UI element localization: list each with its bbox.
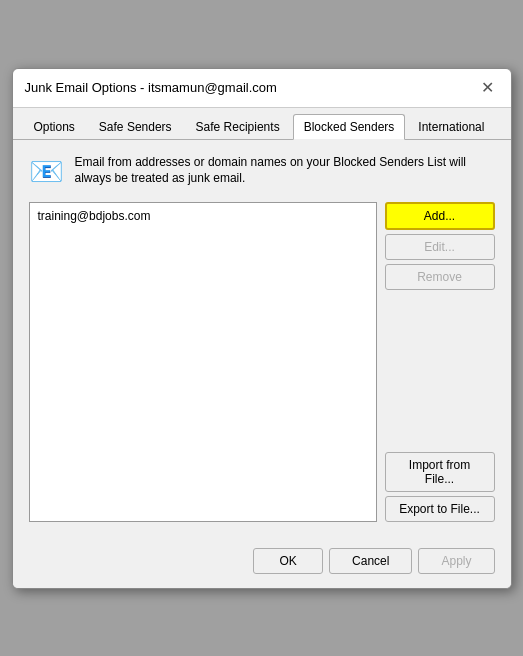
junk-email-options-dialog: Junk Email Options - itsmamun@gmail.com …: [12, 68, 512, 589]
add-button[interactable]: Add...: [385, 202, 495, 230]
tab-bar: Options Safe Senders Safe Recipients Blo…: [13, 108, 511, 140]
info-section: 📧 Email from addresses or domain names o…: [29, 152, 495, 190]
tab-safe-senders[interactable]: Safe Senders: [88, 114, 183, 139]
import-button[interactable]: Import from File...: [385, 452, 495, 492]
ok-button[interactable]: OK: [253, 548, 323, 574]
apply-button[interactable]: Apply: [418, 548, 494, 574]
action-buttons: Add... Edit... Remove Import from File..…: [385, 202, 495, 522]
main-area: training@bdjobs.com Add... Edit... Remov…: [29, 202, 495, 522]
tab-content: 📧 Email from addresses or domain names o…: [13, 140, 511, 534]
dialog-title: Junk Email Options - itsmamun@gmail.com: [25, 80, 277, 95]
cancel-button[interactable]: Cancel: [329, 548, 412, 574]
tab-safe-recipients[interactable]: Safe Recipients: [185, 114, 291, 139]
tab-options[interactable]: Options: [23, 114, 86, 139]
info-description: Email from addresses or domain names on …: [75, 152, 495, 188]
remove-button[interactable]: Remove: [385, 264, 495, 290]
tab-international[interactable]: International: [407, 114, 495, 139]
footer-buttons: OK Cancel Apply: [13, 534, 511, 588]
tab-blocked-senders[interactable]: Blocked Senders: [293, 114, 406, 140]
edit-button[interactable]: Edit...: [385, 234, 495, 260]
title-bar: Junk Email Options - itsmamun@gmail.com …: [13, 69, 511, 108]
close-button[interactable]: ✕: [477, 77, 499, 99]
senders-list[interactable]: training@bdjobs.com: [29, 202, 377, 522]
email-icon: 📧: [29, 154, 65, 190]
list-item[interactable]: training@bdjobs.com: [34, 207, 372, 225]
export-button[interactable]: Export to File...: [385, 496, 495, 522]
